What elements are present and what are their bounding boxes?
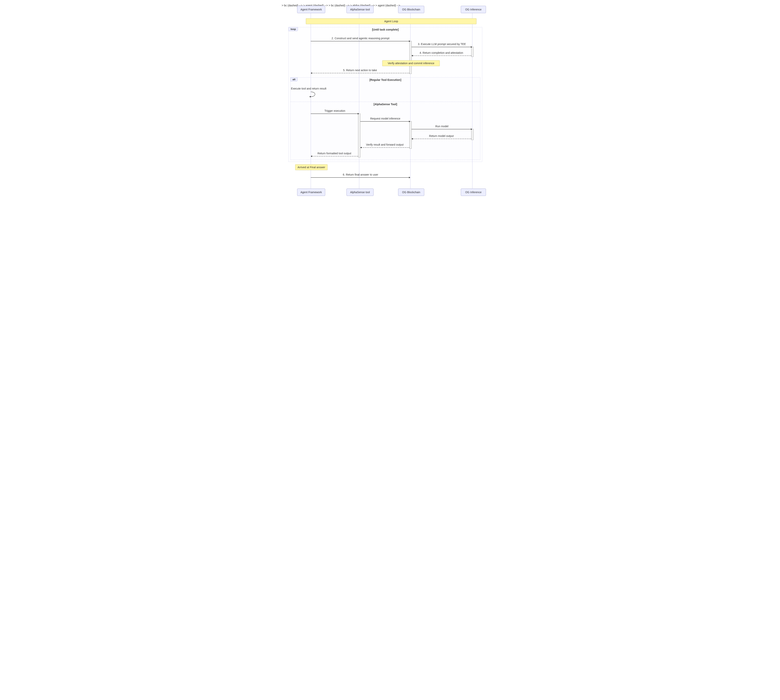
- msg-label: Trigger execution: [311, 109, 359, 112]
- msg-trigger: Trigger execution: [311, 109, 359, 117]
- msg-label: Verify result and forward output: [360, 143, 409, 146]
- svg-marker-10: [358, 113, 359, 115]
- actor-label: Agent Framework: [301, 8, 322, 11]
- note-verify: Verify attestation and commit inference: [382, 60, 440, 66]
- msg-run-model: Run model: [411, 125, 472, 133]
- actor-label: AlphaSense tool: [350, 8, 370, 11]
- selfloop-arrow: [306, 91, 317, 98]
- note-text: Arrived at Final answer: [297, 166, 325, 169]
- fragment-alt-subtitle: [AlphaSense Tool]: [291, 103, 480, 106]
- actor-inf-bottom: OG Inference: [461, 188, 486, 196]
- msg-return-tool-output: Return formatted tool output: [311, 152, 358, 160]
- msg-label: 5. Return next action to take: [311, 68, 409, 72]
- msg-label: 4. Return completion and attestation: [411, 51, 471, 54]
- msg-return-action: 5. Return next action to take: [311, 68, 409, 77]
- selfloop-label: Execute tool and return result: [291, 87, 326, 90]
- svg-marker-22: [409, 177, 410, 178]
- msg-return-final: 6. Return final answer to user: [311, 173, 410, 181]
- svg-marker-12: [409, 121, 410, 122]
- svg-marker-14: [471, 128, 472, 130]
- msg-label: 3. Execute LLM prompt secured by TEE: [411, 43, 472, 46]
- svg-marker-8: [309, 96, 311, 97]
- svg-marker-5: [411, 55, 413, 57]
- msg-label: Run model: [411, 125, 472, 128]
- actor-label: AlphaSense tool: [350, 191, 370, 194]
- msg-label: 2. Construct and send agentic reasoning …: [311, 37, 410, 40]
- note-final-answer: Arrived at Final answer: [295, 164, 327, 170]
- msg-req-inference: Request model inference: [360, 117, 410, 125]
- svg-marker-18: [360, 147, 362, 148]
- actor-label: Agent Framework: [301, 191, 322, 194]
- actor-bc-bottom: OG Blockchain: [398, 188, 424, 196]
- actor-agent-top: Agent Framework: [297, 6, 325, 13]
- msg-return-model-output: Return model output: [411, 134, 471, 143]
- sequence-diagram: Agent Framework AlphaSense tool OG Block…: [282, 4, 498, 199]
- msg-label: 6. Return final answer to user: [311, 173, 410, 176]
- msg-label: Return formatted tool output: [311, 152, 358, 155]
- msg-label: Return model output: [411, 134, 471, 137]
- svg-marker-20: [311, 155, 312, 157]
- svg-marker-1: [409, 40, 410, 42]
- note-text: Verify attestation and commit inference: [387, 62, 434, 65]
- note-agent-loop: Agent Loop: [306, 18, 476, 24]
- actor-label: OG Inference: [465, 8, 481, 11]
- note-text: Agent Loop: [384, 20, 398, 23]
- actor-label: OG Blockchain: [402, 8, 420, 11]
- actor-alpha-top: AlphaSense tool: [346, 6, 374, 13]
- msg-return-completion: 4. Return completion and attestation: [411, 51, 471, 59]
- actor-agent-bottom: Agent Framework: [297, 188, 325, 196]
- fragment-loop-title: [Until task complete]: [289, 28, 482, 31]
- actor-bc-top: OG Blockchain: [398, 6, 424, 13]
- actor-alpha-bottom: AlphaSense tool: [346, 188, 374, 196]
- msg-verify-forward: Verify result and forward output: [360, 143, 409, 151]
- svg-marker-3: [471, 46, 472, 48]
- msg-label: Request model inference: [360, 117, 410, 120]
- actor-inf-top: OG Inference: [461, 6, 486, 13]
- msg-exec-llm: 3. Execute LLM prompt secured by TEE: [411, 43, 472, 51]
- actor-label: OG Inference: [465, 191, 481, 194]
- svg-marker-16: [411, 138, 413, 140]
- actor-label: OG Blockchain: [402, 191, 420, 194]
- svg-marker-7: [311, 72, 312, 74]
- fragment-alt-title: [Regular Tool Execution]: [291, 78, 480, 82]
- msg-construct-prompt: 2. Construct and send agentic reasoning …: [311, 37, 410, 45]
- fragment-alt-divider: [291, 102, 480, 102]
